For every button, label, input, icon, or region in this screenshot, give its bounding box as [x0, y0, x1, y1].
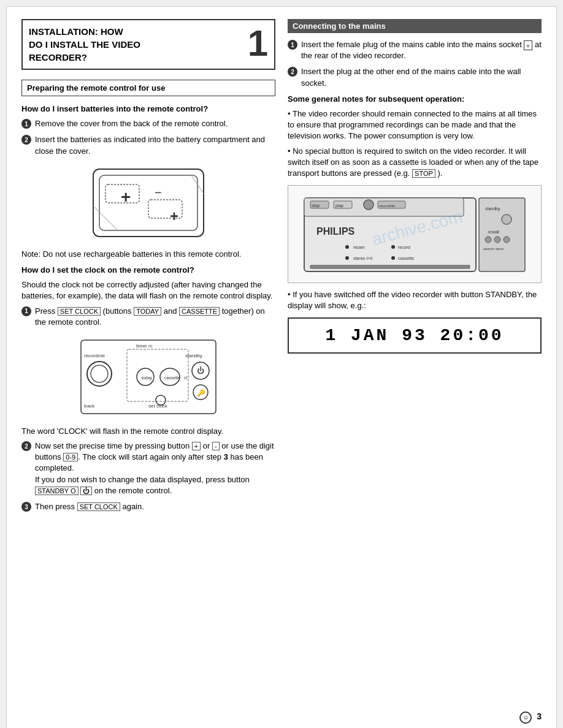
svg-point-44 — [504, 237, 510, 243]
svg-text:🔑: 🔑 — [197, 389, 205, 397]
svg-text:cassette: cassette — [398, 256, 414, 260]
svg-text:stop: stop — [312, 203, 320, 208]
clock-subtitle: How do I set the clock on the remote con… — [21, 265, 275, 276]
mains-step-2-text: Insert the plug at the other end of the … — [301, 66, 542, 88]
page-number: 3 — [537, 711, 542, 721]
left-column: INSTALLATION: HOW DO I INSTALL THE VIDEO… — [21, 19, 275, 517]
mains-title: Connecting to the mains — [293, 21, 386, 31]
svg-text:install: install — [488, 230, 499, 234]
remote-buttons-image: record/otr timer rc standby track set cl… — [75, 334, 222, 420]
svg-text:−: − — [155, 186, 162, 199]
vcr-diagram: stop play record/div PHILIPS — [288, 185, 542, 283]
svg-point-52 — [391, 256, 395, 260]
step-circle-2: 2 — [21, 135, 31, 145]
note-text-content: Note: Do not use rechargeable batteries … — [21, 249, 241, 259]
general-note-1: • The video recorder should remain conne… — [288, 108, 542, 142]
clock-step-1: 1 Press SET CLOCK (buttons TODAY and CAS… — [21, 306, 275, 328]
mains-step-1-text: Insert the female plug of the mains cabl… — [301, 39, 542, 61]
svg-text:+: + — [121, 188, 131, 207]
svg-text:record/otr: record/otr — [84, 353, 105, 358]
step-circle-1: 1 — [21, 119, 31, 129]
mains-header: Connecting to the mains — [288, 19, 542, 33]
mains-step-circle-2: 2 — [288, 67, 297, 77]
svg-text:record: record — [398, 245, 410, 249]
display-box: 1 JAN 93 20:00 — [288, 317, 542, 354]
manual-page: INSTALLATION: HOW DO I INSTALL THE VIDEO… — [6, 6, 557, 728]
svg-text:+: + — [170, 208, 178, 224]
svg-point-42 — [485, 237, 491, 243]
header-line2: DO I INSTALL THE VIDEO — [29, 39, 140, 50]
svg-point-43 — [494, 237, 500, 243]
mains-step-circle-1: 1 — [288, 40, 297, 50]
clock-flash-note: The word 'CLOCK' will flash in the remot… — [21, 426, 275, 437]
header-line1: INSTALLATION: HOW — [29, 26, 123, 37]
battery-step-2-text: Insert the batteries as indicated into t… — [35, 134, 275, 156]
svg-point-40 — [502, 214, 511, 224]
page-number-area: ☺ 3 — [519, 711, 542, 724]
right-column: Connecting to the mains 1 Insert the fem… — [288, 19, 542, 517]
clock-step-1-text: Press SET CLOCK (buttons TODAY and CASSE… — [35, 306, 275, 328]
svg-text:track: track — [84, 403, 95, 409]
battery-step-1-text: Remove the cover from the back of the re… — [35, 118, 275, 129]
batteries-subtitle: How do I insert batteries into the remot… — [21, 104, 275, 115]
svg-point-50 — [345, 256, 349, 260]
svg-point-34 — [364, 200, 373, 210]
svg-text:timer rc: timer rc — [136, 343, 153, 349]
clock-step-circle-1: 1 — [21, 306, 31, 316]
svg-point-46 — [345, 245, 349, 249]
svg-text:⏻: ⏻ — [197, 366, 204, 375]
clock-step-3: 3 Then press SET CLOCK again. — [21, 501, 275, 512]
svg-text:PHILIPS: PHILIPS — [316, 226, 355, 237]
svg-line-7 — [93, 206, 118, 230]
page-icon: ☺ — [519, 711, 532, 724]
battery-note: Note: Do not use rechargeable batteries … — [21, 249, 275, 260]
svg-text:ct: ct — [184, 376, 188, 380]
clock-step-circle-2: 2 — [21, 441, 31, 451]
clock-intro: Should the clock not be correctly adjust… — [21, 279, 275, 301]
remote-section-title: Preparing the remote control for use — [27, 83, 165, 93]
svg-text:play: play — [335, 203, 343, 208]
svg-text:nicam: nicam — [353, 245, 365, 249]
svg-point-17 — [91, 365, 108, 382]
installation-header: INSTALLATION: HOW DO I INSTALL THE VIDEO… — [21, 19, 275, 70]
display-text: 1 JAN 93 20:00 — [325, 326, 504, 345]
mains-step-2: 2 Insert the plug at the other end of th… — [288, 66, 542, 88]
svg-text:standby: standby — [485, 207, 500, 211]
header-line3: RECORDER? — [29, 52, 87, 63]
svg-point-48 — [391, 245, 395, 249]
svg-text:stereo I+II: stereo I+II — [353, 256, 372, 260]
installation-number: 1 — [248, 25, 268, 62]
clock-step-circle-3: 3 — [21, 502, 31, 512]
svg-rect-54 — [310, 265, 470, 268]
battery-step-2: 2 Insert the batteries as indicated into… — [21, 134, 275, 156]
general-notes-title: Some general notes for subsequent operat… — [288, 94, 542, 105]
svg-text:record/div: record/div — [379, 204, 395, 208]
remote-section-box: Preparing the remote control for use — [21, 80, 275, 96]
general-note-1-text: The video recorder should remain connect… — [288, 109, 537, 140]
general-note-2: • No special button is required to switc… — [288, 146, 542, 180]
svg-text:search  store: search store — [483, 247, 504, 251]
mains-step-1: 1 Insert the female plug of the mains ca… — [288, 39, 542, 61]
standby-note: • If you have switched off the video rec… — [288, 289, 542, 311]
standby-note-text: If you have switched off the video recor… — [288, 290, 537, 310]
battery-step-1: 1 Remove the cover from the back of the … — [21, 118, 275, 129]
svg-text:standby: standby — [185, 353, 202, 358]
battery-image: + − + — [81, 163, 216, 243]
svg-text:cassette: cassette — [164, 376, 180, 380]
clock-step-3-text: Then press SET CLOCK again. — [35, 501, 275, 512]
clock-step-2-text: Now set the precise time by pressing but… — [35, 441, 275, 496]
svg-text:today: today — [142, 376, 153, 381]
clock-step-2: 2 Now set the precise time by pressing b… — [21, 441, 275, 496]
installation-header-text: INSTALLATION: HOW DO I INSTALL THE VIDEO… — [29, 25, 140, 64]
